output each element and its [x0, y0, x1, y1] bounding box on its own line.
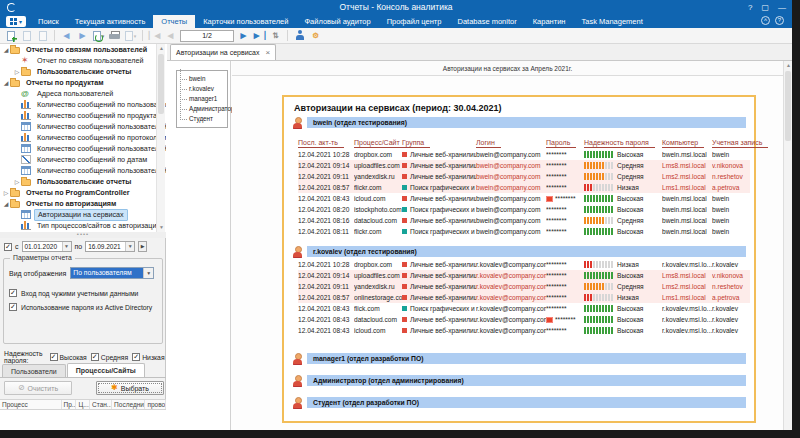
document-tab[interactable]: Авторизации на сервисах ×: [170, 44, 276, 60]
date-to-field[interactable]: 16.09.2021 ▼: [85, 241, 135, 252]
tree-collapsed-icon[interactable]: ▷: [2, 189, 10, 196]
tree-item-node[interactable]: ◢Отчеты по продуктам: [0, 77, 166, 88]
scrollbar-thumb[interactable]: [785, 71, 791, 141]
tree-item-node[interactable]: ◢Отчеты по авторизациям: [0, 198, 166, 209]
settings-icon[interactable]: ⚙: [309, 29, 322, 42]
forward-icon[interactable]: ▶: [76, 29, 89, 42]
param-checkbox[interactable]: [9, 289, 17, 297]
tree-item-node[interactable]: Количество сообщений по продуктам: [0, 110, 166, 121]
scroll-up-icon[interactable]: ▲: [784, 61, 792, 70]
tree-item-node[interactable]: Адреса пользователей: [0, 88, 166, 99]
date-from-field[interactable]: 01.01.2020 ▼: [22, 241, 72, 252]
report-row: 12.04.2021 08:20istockphoto.comПоиск гра…: [298, 204, 750, 215]
tree-item-label: Отчеты по продуктам: [23, 78, 107, 88]
scroll-up-icon[interactable]: ▲: [157, 44, 166, 53]
process-column-header[interactable]: Стан...: [90, 400, 112, 409]
ribbon-tab-профайл-центр[interactable]: Профайл центр: [379, 15, 450, 28]
view-mode-select[interactable]: По пользователям ▼: [70, 267, 154, 279]
print-icon[interactable]: [108, 29, 121, 42]
user-filter-icon[interactable]: [293, 29, 306, 42]
page-indicator-input[interactable]: [180, 30, 234, 42]
tree-expanded-icon[interactable]: ◢: [2, 200, 10, 207]
cell-account: a.petrova: [712, 292, 750, 303]
clear-button[interactable]: ⊘ Очистить: [4, 381, 72, 395]
ribbon-tab-текущая-активность[interactable]: Текущая активность: [67, 15, 154, 28]
minimize-icon[interactable]: —: [778, 4, 786, 12]
process-column-header[interactable]: прово...: [145, 400, 166, 409]
select-button[interactable]: ✱ Выбрать: [96, 381, 164, 395]
strength-checkbox[interactable]: [132, 353, 140, 361]
ribbon-tab-отчеты[interactable]: Отчеты: [153, 15, 195, 28]
ribbon-tab-файловый-аудитор[interactable]: Файловый аудитор: [296, 15, 378, 28]
add-report-icon[interactable]: [4, 29, 17, 42]
period-more-button[interactable]: ▶: [138, 241, 147, 252]
tree-item-node[interactable]: Количество сообщений пользователей по пр…: [0, 121, 166, 132]
tree-item-node[interactable]: ◢Отчеты по связям пользователей: [0, 44, 166, 55]
tree-item-node[interactable]: ▷Отчеты по ProgramController: [0, 187, 166, 198]
panel-splitter[interactable]: ••••: [0, 232, 166, 238]
process-column-header[interactable]: Пр...: [62, 400, 77, 409]
tree-item-label: Количество сообщений пользователей по пр…: [34, 144, 166, 154]
tree-item-node[interactable]: ▷Пользовательские отчеты: [0, 176, 166, 187]
process-column-header[interactable]: Процесс: [0, 400, 62, 409]
user-icon: [292, 246, 303, 258]
ribbon-help-icon[interactable]: ?: [775, 16, 784, 25]
ribbon-tab-поиск[interactable]: Поиск: [30, 15, 67, 28]
tree-expanded-icon[interactable]: ◢: [2, 46, 10, 53]
cell-login: bwein@company.com: [476, 182, 546, 193]
tree-expanded-icon[interactable]: ◢: [2, 79, 10, 86]
tab-пользователи[interactable]: Пользователи: [2, 364, 66, 377]
tree-item-node[interactable]: Количество сообщений по протоколам: [0, 132, 166, 143]
ribbon-tab-database-monitor[interactable]: Database monitor: [449, 15, 524, 28]
ribbon-tab-task-management[interactable]: Task Management: [573, 15, 650, 28]
export-icon[interactable]: ▾: [92, 29, 105, 42]
param-checkbox[interactable]: [9, 303, 17, 311]
cell-site: onlinestorage.com: [354, 292, 402, 303]
tree-item-node[interactable]: Тип процессов/сайтов с авторизацией: [0, 220, 166, 231]
ribbon-tab-карантин[interactable]: Карантин: [525, 15, 574, 28]
process-column-header[interactable]: Ц...: [76, 400, 90, 409]
tree-item-node[interactable]: Количество сообщений пользователей по да…: [0, 165, 166, 176]
cell-group: Личные веб-хранилища: [402, 292, 476, 303]
period-enabled-checkbox[interactable]: [4, 243, 12, 251]
strength-checkbox[interactable]: [50, 353, 58, 361]
chevron-down-icon[interactable]: ▼: [143, 268, 153, 278]
strength-checkbox[interactable]: [91, 353, 99, 361]
cell-last-activity: 12.04.2021 10:28: [298, 259, 354, 270]
tree-item-node[interactable]: Количество сообщений пользователей по пр…: [0, 143, 166, 154]
tree-item-node[interactable]: Количество сообщений по пользователям: [0, 99, 166, 110]
next-page-icon[interactable]: ▶: [237, 29, 250, 42]
cell-strength: Средняя: [584, 281, 662, 292]
scroll-down-icon[interactable]: ▼: [157, 223, 166, 232]
app-menu-button[interactable]: ▾: [6, 16, 26, 27]
tree-item-selected[interactable]: Авторизации на сервисах: [0, 209, 166, 220]
help-icon[interactable]: ?: [748, 4, 752, 12]
maximize-icon[interactable]: ▢: [761, 4, 769, 12]
collapse-ribbon-icon[interactable]: ˄: [761, 16, 770, 25]
tree-item-node[interactable]: ▷Пользовательские отчеты: [0, 66, 166, 77]
scrollbar-thumb[interactable]: [158, 54, 164, 114]
user-list-item[interactable]: Студент: [177, 114, 227, 124]
tree-item-node[interactable]: Отчет по связям пользователей: [0, 55, 166, 66]
process-column-header[interactable]: Последний...: [112, 400, 145, 409]
chevron-down-icon[interactable]: ▼: [62, 242, 71, 251]
strength-label: Высокая: [617, 228, 643, 235]
preview-scrollbar[interactable]: ▲: [783, 61, 792, 430]
close-icon[interactable]: ×: [265, 49, 270, 57]
chevron-down-icon[interactable]: ▼: [125, 242, 134, 251]
ribbon-tab-row: ▾ ПоискТекущая активностьОтчетыКарточки …: [0, 15, 792, 28]
last-page-icon[interactable]: ▶▕: [253, 29, 266, 42]
ribbon-tab-карточки-пользователей[interactable]: Карточки пользователей: [195, 15, 296, 28]
sort-icon[interactable]: ⇅: [269, 29, 282, 42]
cell-computer: Lms8.msi.local: [662, 160, 712, 171]
tree-collapsed-icon[interactable]: ▷: [13, 68, 21, 75]
tree-collapsed-icon[interactable]: ▷: [13, 178, 21, 185]
tree-item-label: Отчеты по авторизациям: [23, 199, 119, 209]
tab-процессы-сайты[interactable]: Процессы/Сайты: [67, 363, 145, 377]
report-column-header: Логин: [476, 130, 546, 149]
report-row: 12.04.2021 09:14uploadfiles.comЛичные ве…: [298, 160, 750, 171]
back-icon[interactable]: ◀: [60, 29, 73, 42]
tree-scrollbar[interactable]: ▲ ▼: [156, 44, 165, 232]
toolbar-separator: [54, 30, 55, 41]
tree-item-node[interactable]: Количество сообщений по датам: [0, 154, 166, 165]
